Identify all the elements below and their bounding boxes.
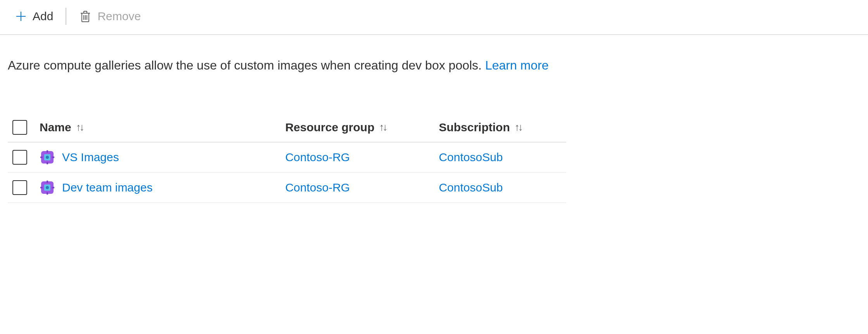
table-row: VS Images Contoso-RG ContosoSub <box>8 143 566 173</box>
gallery-name-link[interactable]: VS Images <box>62 151 119 164</box>
sort-icon: ↑↓ <box>379 121 386 133</box>
sort-icon: ↑↓ <box>76 121 83 133</box>
column-header-name-label: Name <box>40 121 71 134</box>
column-header-resource-group[interactable]: Resource group ↑↓ <box>285 121 431 134</box>
column-header-rg-label: Resource group <box>285 121 374 134</box>
table-header-row: Name ↑↓ Resource group ↑↓ Subscription ↑… <box>8 113 566 143</box>
table-row: Dev team images Contoso-RG ContosoSub <box>8 173 566 203</box>
column-header-subscription[interactable]: Subscription ↑↓ <box>439 121 562 134</box>
remove-button: Remove <box>76 8 144 24</box>
svg-rect-15 <box>40 157 43 158</box>
svg-rect-23 <box>52 187 54 188</box>
learn-more-link[interactable]: Learn more <box>485 58 549 72</box>
row-checkbox[interactable] <box>12 180 27 195</box>
subscription-link[interactable]: ContosoSub <box>439 151 503 164</box>
resource-group-link[interactable]: Contoso-RG <box>285 181 350 194</box>
svg-rect-20 <box>47 181 48 183</box>
svg-rect-16 <box>52 157 54 158</box>
svg-point-12 <box>46 156 49 159</box>
row-checkbox[interactable] <box>12 150 27 165</box>
add-button[interactable]: Add <box>12 8 56 24</box>
svg-rect-22 <box>40 187 43 188</box>
gallery-icon <box>40 150 55 165</box>
sort-icon: ↑↓ <box>515 121 522 133</box>
column-header-name[interactable]: Name ↑↓ <box>40 121 277 134</box>
gallery-icon <box>40 180 55 195</box>
svg-point-19 <box>46 186 49 189</box>
add-button-label: Add <box>33 10 53 23</box>
description-text: Azure compute galleries allow the use of… <box>8 35 860 82</box>
svg-rect-14 <box>47 162 48 164</box>
trash-icon <box>79 10 92 23</box>
content-area: Azure compute galleries allow the use of… <box>0 35 868 203</box>
plus-icon <box>15 10 27 23</box>
svg-rect-13 <box>47 150 48 153</box>
galleries-table: Name ↑↓ Resource group ↑↓ Subscription ↑… <box>8 113 566 203</box>
svg-rect-21 <box>47 192 48 195</box>
column-header-sub-label: Subscription <box>439 121 510 134</box>
toolbar-separator <box>66 8 66 25</box>
description-body: Azure compute galleries allow the use of… <box>8 58 485 72</box>
toolbar: Add Remove <box>0 0 868 35</box>
gallery-name-link[interactable]: Dev team images <box>62 181 152 194</box>
subscription-link[interactable]: ContosoSub <box>439 181 503 194</box>
resource-group-link[interactable]: Contoso-RG <box>285 151 350 164</box>
select-all-checkbox[interactable] <box>12 120 27 135</box>
remove-button-label: Remove <box>97 10 141 23</box>
